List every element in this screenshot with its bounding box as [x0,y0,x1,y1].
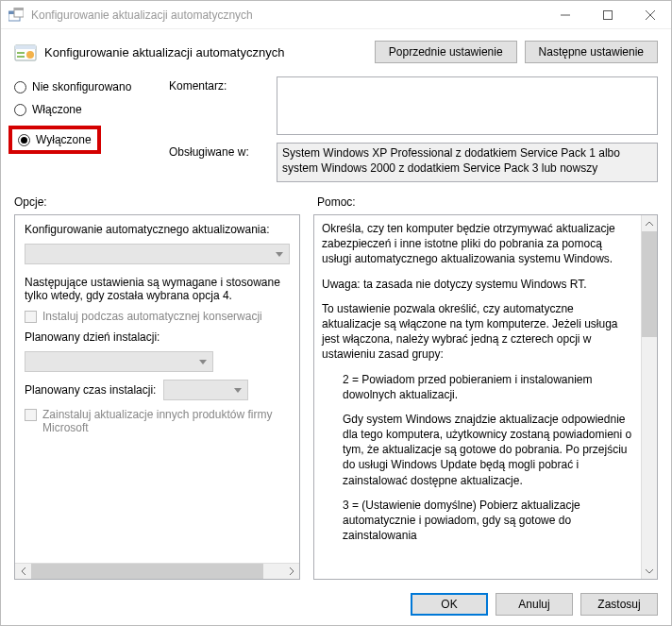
help-label: Pomoc: [302,195,658,209]
svg-rect-6 [15,45,36,49]
content-area: Konfigurowanie aktualizacji automatyczny… [1,29,671,625]
scroll-left-icon [15,564,31,579]
window-controls [544,1,671,28]
options-content: Konfigurowanie automatycznego aktualizow… [15,215,299,563]
svg-rect-3 [14,8,24,10]
policy-icon [14,41,37,63]
radio-label: Wyłączone [36,133,92,146]
help-vscrollbar[interactable] [641,215,657,579]
install-day-combo[interactable] [25,351,213,372]
window-title: Konfigurowanie aktualizacji automatyczny… [31,8,544,22]
checkbox-icon [25,409,37,421]
svg-rect-7 [17,52,25,54]
dialog-window: Konfigurowanie aktualizacji automatyczny… [0,0,672,626]
checkbox-label: Zainstaluj aktualizacje innych produktów… [42,408,290,434]
scroll-right-icon [283,564,299,579]
radio-icon [14,81,26,93]
app-icon [8,8,24,23]
checkbox-label: Instaluj podczas automatycznej konserwac… [42,310,262,323]
radio-enabled[interactable]: Włączone [14,103,165,116]
help-paragraph: Określa, czy ten komputer będzie otrzymy… [322,221,633,267]
radio-icon [14,104,26,116]
radio-label: Włączone [32,103,82,116]
policy-title: Konfigurowanie aktualizacji automatyczny… [44,45,367,59]
section-labels: Opcje: Pomoc: [14,195,658,209]
supported-on-box: System Windows XP Professional z dodatki… [277,143,658,182]
options-title: Konfigurowanie automatycznego aktualizow… [25,223,290,236]
radio-not-configured[interactable]: Nie skonfigurowano [14,80,165,93]
close-button[interactable] [629,1,671,28]
checkbox-icon [25,311,37,323]
install-time-row: Planowany czas instalacji: [25,380,290,400]
svg-point-9 [26,51,34,59]
next-setting-button[interactable]: Następne ustawienie [525,41,658,63]
comment-textarea[interactable] [277,76,658,135]
install-day-label: Planowany dzień instalacji: [25,330,290,344]
install-time-combo[interactable] [163,380,248,400]
options-panel: Konfigurowanie automatycznego aktualizow… [14,214,300,580]
previous-setting-button[interactable]: Poprzednie ustawienie [375,41,517,63]
scroll-track [31,564,283,579]
header-row: Konfigurowanie aktualizacji automatyczny… [14,41,658,63]
radio-label: Nie skonfigurowano [32,80,131,93]
scroll-up-icon [642,215,657,231]
help-paragraph: To ustawienie pozwala określić, czy auto… [322,301,633,363]
radio-disabled[interactable]: Wyłączone [8,126,101,154]
help-paragraph: 3 = (Ustawienie domyślne) Pobierz aktual… [322,498,633,544]
svg-rect-4 [603,10,612,19]
titlebar: Konfigurowanie aktualizacji automatyczny… [1,1,671,29]
radio-icon-checked [18,134,30,146]
footer-buttons: OK Anuluj Zastosuj [14,589,658,616]
help-content: Określa, czy ten komputer będzie otrzymy… [314,215,641,579]
maximize-button[interactable] [586,1,629,28]
state-radio-group: Nie skonfigurowano Włączone Wyłączone [14,76,165,154]
install-maintenance-checkbox[interactable]: Instaluj podczas automatycznej konserwac… [25,310,290,323]
options-note: Następujące ustawienia są wymagane i sto… [25,276,290,302]
minimize-button[interactable] [544,1,586,28]
other-products-checkbox[interactable]: Zainstaluj aktualizacje innych produktów… [25,408,290,434]
scroll-track [642,231,657,563]
scroll-thumb[interactable] [31,564,263,579]
help-paragraph: 2 = Powiadom przed pobieraniem i instalo… [322,372,633,402]
scroll-down-icon [642,563,657,579]
update-mode-combo[interactable] [25,244,290,264]
help-panel: Określa, czy ten komputer będzie otrzymy… [313,214,658,580]
panels-row: Konfigurowanie automatycznego aktualizow… [14,214,658,580]
install-time-label: Planowany czas instalacji: [25,383,156,397]
scroll-thumb[interactable] [642,231,657,337]
ok-button[interactable]: OK [411,593,488,616]
config-grid: Nie skonfigurowano Włączone Wyłączone Ko… [14,76,658,182]
options-hscrollbar[interactable] [15,563,299,579]
comment-label: Komentarz: [169,76,273,93]
svg-rect-8 [17,56,25,58]
apply-button[interactable]: Zastosuj [580,593,658,616]
options-label: Opcje: [14,195,302,209]
help-paragraph: Gdy system Windows znajdzie aktualizacje… [322,412,633,488]
cancel-button[interactable]: Anuluj [496,593,573,616]
supported-on-text: System Windows XP Professional z dodatki… [282,146,620,175]
help-paragraph: Uwaga: ta zasada nie dotyczy systemu Win… [322,277,633,292]
supported-label: Obsługiwane w: [169,143,273,159]
